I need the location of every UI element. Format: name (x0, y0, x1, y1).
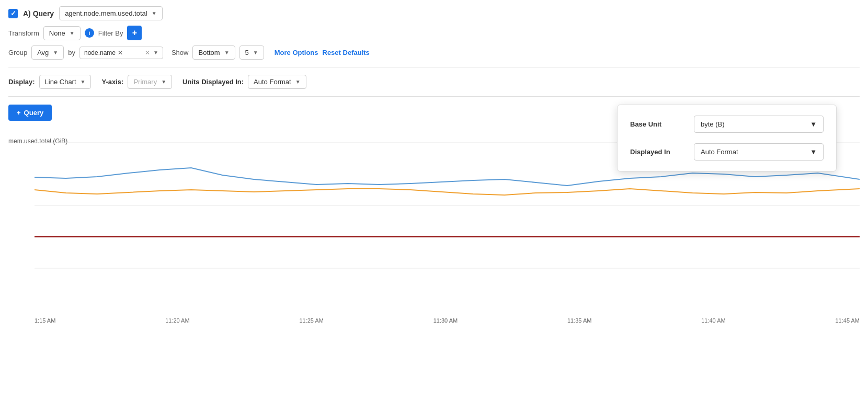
x-label-0: 1:15 AM (35, 317, 55, 324)
units-arrow: ▼ (295, 79, 301, 85)
group-label: Group (8, 49, 27, 56)
chart-type-dropdown[interactable]: Line Chart ▼ (39, 75, 92, 89)
base-unit-select[interactable]: byte (B) ▼ (694, 116, 824, 133)
add-filter-button[interactable]: + (127, 26, 142, 40)
add-query-button[interactable]: + Query (8, 105, 52, 121)
group-row: Group Avg ▼ by node.name ✕ ✕ ▼ Show Bott… (8, 45, 860, 67)
avg-arrow: ▼ (53, 50, 58, 55)
number-dropdown[interactable]: 5 ▼ (239, 45, 264, 60)
yaxis-value: Primary (133, 78, 157, 86)
displayed-in-arrow: ▼ (810, 148, 817, 156)
chart-type-value: Line Chart (45, 78, 76, 86)
reset-defaults-link[interactable]: Reset Defaults (323, 49, 370, 56)
more-options-link[interactable]: More Options (275, 49, 318, 56)
displayed-in-value: Auto Format (701, 148, 738, 156)
query-checkbox[interactable] (8, 9, 18, 18)
transform-arrow: ▼ (70, 30, 75, 36)
metric-dropdown-arrow: ▼ (152, 10, 157, 16)
chart-x-labels: 1:15 AM 11:20 AM 11:25 AM 11:30 AM 11:35… (35, 317, 860, 324)
units-popup: Base Unit byte (B) ▼ Displayed In Auto F… (617, 105, 837, 171)
chart-type-arrow: ▼ (81, 79, 86, 85)
show-section: Show Bottom ▼ 5 ▼ (172, 45, 264, 60)
avg-dropdown[interactable]: Avg ▼ (31, 45, 64, 60)
avg-value: Avg (37, 49, 49, 56)
number-arrow: ▼ (253, 50, 258, 55)
add-filter-icon: + (132, 28, 137, 38)
query-row: A) Query agent.node.mem.used.total ▼ (8, 6, 860, 20)
x-label-5: 11:40 AM (701, 317, 725, 324)
x-label-4: 11:35 AM (567, 317, 591, 324)
by-label: by (68, 49, 75, 56)
base-unit-row: Base Unit byte (B) ▼ (630, 116, 824, 133)
displayed-in-row: Displayed In Auto Format ▼ (630, 143, 824, 161)
show-label: Show (172, 49, 189, 56)
main-container: A) Query agent.node.mem.used.total ▼ Tra… (0, 0, 868, 412)
query-label: A) Query (23, 9, 54, 18)
clear-all-icon[interactable]: ✕ (145, 49, 150, 56)
filter-by-label: Filter By (98, 29, 123, 37)
node-name-tag: node.name ✕ (84, 49, 123, 56)
units-value: Auto Format (254, 78, 291, 86)
group-by-input[interactable]: node.name ✕ ✕ ▼ (79, 47, 163, 59)
units-dropdown[interactable]: Auto Format ▼ (248, 75, 306, 89)
metric-dropdown[interactable]: agent.node.mem.used.total ▼ (59, 6, 162, 20)
transform-value: None (49, 29, 65, 37)
number-value: 5 (245, 49, 249, 56)
x-label-2: 11:25 AM (299, 317, 323, 324)
x-label-1: 11:20 AM (165, 317, 189, 324)
yaxis-label: Y-axis: (101, 78, 123, 86)
add-query-icon: + (17, 109, 21, 117)
x-label-3: 11:30 AM (433, 317, 458, 324)
bottom-value: Bottom (198, 49, 220, 56)
bottom-dropdown[interactable]: Bottom ▼ (192, 45, 235, 60)
metric-value: agent.node.mem.used.total (65, 9, 147, 17)
tag-remove-icon[interactable]: ✕ (118, 49, 123, 56)
yaxis-dropdown[interactable]: Primary ▼ (128, 75, 172, 89)
bottom-arrow: ▼ (224, 50, 230, 55)
x-label-6: 11:45 AM (835, 317, 859, 324)
transform-label: Transform (8, 29, 39, 37)
group-by-arrow[interactable]: ▼ (153, 50, 158, 55)
base-unit-label: Base Unit (630, 120, 688, 128)
info-icon[interactable]: i (85, 28, 94, 38)
displayed-in-select[interactable]: Auto Format ▼ (694, 143, 824, 161)
base-unit-arrow: ▼ (810, 120, 817, 128)
display-row: Display: Line Chart ▼ Y-axis: Primary ▼ … (8, 75, 860, 97)
displayed-in-label: Displayed In (630, 148, 688, 156)
base-unit-value: byte (B) (701, 120, 725, 128)
units-displayed-label: Units Displayed In: (182, 78, 244, 86)
yaxis-arrow: ▼ (161, 79, 166, 85)
transform-dropdown[interactable]: None ▼ (43, 26, 81, 40)
display-label: Display: (8, 78, 35, 86)
add-query-label: Query (24, 109, 44, 117)
transform-row: Transform None ▼ i Filter By + (8, 26, 860, 40)
